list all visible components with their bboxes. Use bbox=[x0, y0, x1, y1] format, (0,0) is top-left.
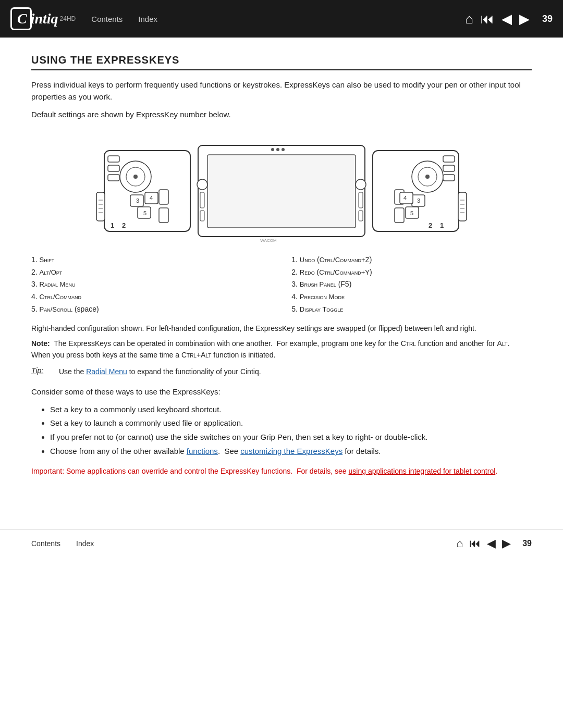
bullet-item-2: Set a key to launch a commonly used file… bbox=[50, 417, 532, 430]
svg-text:5: 5 bbox=[143, 210, 146, 216]
right-list-item-3: 3. Brush Panel (F5) bbox=[291, 278, 532, 291]
svg-text:1: 1 bbox=[111, 221, 114, 229]
left-list-item-3: 3. Radial Menu bbox=[31, 278, 272, 291]
svg-rect-32 bbox=[359, 192, 363, 208]
intro-paragraph-2: Default settings are shown by ExpressKey… bbox=[31, 108, 532, 120]
footer-first-icon[interactable]: ⏮ bbox=[469, 537, 481, 550]
svg-rect-42 bbox=[395, 208, 404, 223]
svg-rect-8 bbox=[159, 208, 168, 223]
main-content: USING THE EXPRESSKEYS Press individual k… bbox=[0, 38, 563, 498]
page-title: USING THE EXPRESSKEYS bbox=[31, 54, 532, 70]
footer-contents-link[interactable]: Contents bbox=[31, 539, 60, 548]
first-page-icon[interactable]: ⏮ bbox=[481, 11, 494, 27]
svg-rect-40 bbox=[443, 175, 455, 181]
center-tablet: WACOM bbox=[197, 145, 366, 243]
svg-rect-4 bbox=[108, 156, 119, 162]
svg-text:3: 3 bbox=[136, 198, 139, 204]
logo-text: C bbox=[17, 10, 27, 27]
bullet-item-1: Set a key to a commonly used keyboard sh… bbox=[50, 403, 532, 416]
logo-inti: intiq bbox=[31, 10, 58, 27]
tip-row: Tip: Use the Radial Menu to expand the f… bbox=[31, 366, 532, 378]
page-header: C intiq 24HD Contents Index ⌂ ⏮ ◀ ▶ 39 bbox=[0, 0, 563, 38]
left-panel: 3 4 5 1 2 bbox=[96, 151, 190, 231]
footer-next-icon[interactable]: ▶ bbox=[502, 537, 511, 550]
svg-point-37 bbox=[425, 175, 430, 179]
svg-text:3: 3 bbox=[417, 198, 420, 204]
bullet-list: Set a key to a commonly used keyboard sh… bbox=[31, 403, 532, 458]
functions-link[interactable]: functions bbox=[187, 447, 218, 455]
svg-rect-39 bbox=[443, 165, 455, 171]
header-contents-link[interactable]: Contents bbox=[91, 15, 123, 23]
svg-text:4: 4 bbox=[150, 195, 153, 201]
config-note: Right-handed configuration shown. For le… bbox=[31, 323, 532, 335]
svg-rect-17 bbox=[96, 192, 105, 221]
logo: C intiq 24HD bbox=[10, 7, 76, 30]
left-list-item-2: 2. Alt/Opt bbox=[31, 266, 272, 279]
expresskey-note: Note: The ExpressKeys can be operated in… bbox=[31, 338, 532, 361]
right-list-item-4: 4. Precision Mode bbox=[291, 291, 532, 303]
radial-menu-link[interactable]: Radial Menu bbox=[86, 367, 127, 376]
tip-label: Tip: bbox=[31, 366, 50, 375]
tip-content: Use the Radial Menu to expand the functi… bbox=[59, 366, 261, 378]
svg-point-31 bbox=[356, 179, 366, 190]
svg-rect-34 bbox=[373, 151, 459, 231]
svg-rect-5 bbox=[108, 165, 119, 171]
footer-nav: Contents Index bbox=[31, 539, 94, 548]
footer-index-link[interactable]: Index bbox=[76, 539, 94, 548]
svg-text:WACOM: WACOM bbox=[260, 238, 277, 243]
header-index-link[interactable]: Index bbox=[138, 15, 157, 23]
consider-text: Consider some of these ways to use the E… bbox=[31, 386, 532, 398]
footer-home-icon[interactable]: ⌂ bbox=[456, 537, 463, 550]
footer-page-number: 39 bbox=[522, 539, 532, 548]
svg-rect-6 bbox=[108, 175, 119, 181]
svg-text:2: 2 bbox=[122, 221, 126, 229]
svg-text:2: 2 bbox=[429, 221, 432, 229]
integrated-link[interactable]: using applications integrated for tablet… bbox=[349, 467, 496, 475]
left-list-item-1: 1. Shift bbox=[31, 254, 272, 266]
page-footer: Contents Index ⌂ ⏮ ◀ ▶ 39 bbox=[0, 529, 563, 558]
svg-rect-30 bbox=[200, 211, 204, 221]
intro-paragraph-1: Press individual keys to perform frequen… bbox=[31, 79, 532, 103]
svg-point-28 bbox=[197, 179, 207, 190]
svg-rect-51 bbox=[458, 192, 467, 221]
device-diagram: 3 4 5 1 2 bbox=[31, 130, 532, 244]
next-page-icon[interactable]: ▶ bbox=[519, 11, 530, 27]
footer-prev-icon[interactable]: ◀ bbox=[487, 537, 496, 550]
header-nav: Contents Index bbox=[91, 15, 157, 23]
svg-point-25 bbox=[276, 148, 279, 151]
cintiq-diagram-svg: 3 4 5 1 2 bbox=[78, 130, 485, 244]
logo-suffix: 24HD bbox=[60, 15, 76, 22]
svg-text:1: 1 bbox=[440, 221, 444, 229]
left-expresskey-list: 1. Shift 2. Alt/Opt 3. Radial Menu 4. Ct… bbox=[31, 254, 272, 316]
svg-text:5: 5 bbox=[410, 210, 413, 216]
svg-rect-7 bbox=[159, 190, 168, 204]
right-expresskey-list: 1. Undo (Ctrl/Command+Z) 2. Redo (Ctrl/C… bbox=[291, 254, 532, 316]
page-number: 39 bbox=[542, 14, 553, 24]
right-list-item-1: 1. Undo (Ctrl/Command+Z) bbox=[291, 254, 532, 266]
customizing-link[interactable]: customizing the ExpressKeys bbox=[240, 447, 342, 455]
svg-rect-33 bbox=[359, 211, 363, 221]
footer-icons: ⌂ ⏮ ◀ ▶ 39 bbox=[456, 537, 532, 550]
svg-text:4: 4 bbox=[403, 195, 407, 201]
home-icon[interactable]: ⌂ bbox=[465, 11, 473, 27]
bullet-item-4: Choose from any of the other available f… bbox=[50, 445, 532, 458]
important-text: Important: Some applications can overrid… bbox=[31, 465, 532, 477]
svg-rect-23 bbox=[207, 155, 356, 228]
right-list-item-2: 2. Redo (Ctrl/Command+Y) bbox=[291, 266, 532, 279]
left-list-item-4: 4. Ctrl/Command bbox=[31, 291, 272, 303]
right-panel: 3 4 5 2 1 bbox=[373, 151, 467, 231]
svg-point-26 bbox=[282, 148, 285, 151]
svg-rect-38 bbox=[443, 156, 455, 162]
bullet-item-3: If you prefer not to (or cannot) use the… bbox=[50, 431, 532, 444]
svg-point-24 bbox=[271, 148, 274, 151]
left-list-item-5: 5. Pan/Scroll (space) bbox=[31, 303, 272, 316]
right-list-item-5: 5. Display Toggle bbox=[291, 303, 532, 316]
prev-page-icon[interactable]: ◀ bbox=[501, 11, 512, 27]
svg-point-3 bbox=[133, 175, 138, 179]
header-icons: ⌂ ⏮ ◀ ▶ 39 bbox=[465, 11, 553, 27]
svg-rect-0 bbox=[104, 151, 190, 231]
svg-rect-29 bbox=[200, 192, 204, 208]
expresskey-lists: 1. Shift 2. Alt/Opt 3. Radial Menu 4. Ct… bbox=[31, 254, 532, 316]
